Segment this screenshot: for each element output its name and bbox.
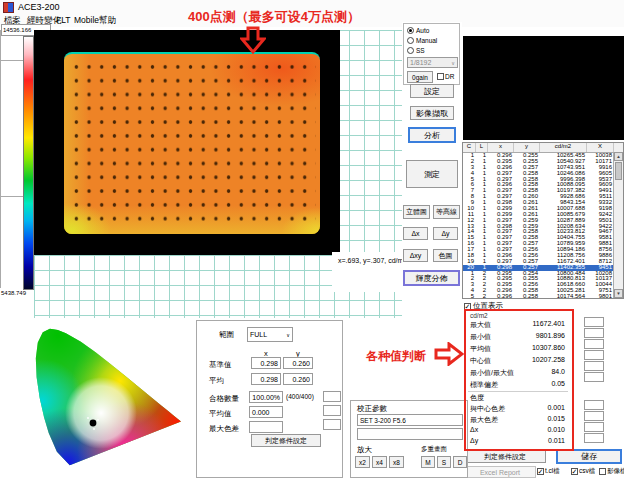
average-label: 平均: [209, 376, 224, 386]
pass-ratio-label: (400/400): [286, 393, 314, 400]
annotation-right-arrow-icon: [434, 342, 464, 366]
luminance-heatmap: [64, 52, 320, 234]
radio-ss-icon: [407, 47, 414, 54]
color-map-button[interactable]: 色圖: [433, 249, 458, 262]
scale-tick: [0, 196, 23, 197]
pass-rate-field: 100.00%: [249, 391, 283, 403]
zoom-x2-button[interactable]: x2: [355, 456, 370, 468]
table-cell: 0.258: [514, 294, 540, 299]
table-cell: 0.296: [488, 294, 514, 299]
judge-condition-button[interactable]: 判定條件設定: [464, 450, 546, 463]
max-colordiff-field[interactable]: [249, 421, 283, 433]
base-value-label: 基準值: [209, 360, 232, 370]
multi-m-button[interactable]: M: [421, 456, 435, 468]
contour-button[interactable]: 等高線: [433, 205, 460, 219]
calib-value-field: SET 3-200 F5.6: [357, 414, 463, 426]
zoom-x4-button[interactable]: x4: [372, 456, 387, 468]
measure-button[interactable]: 測定: [406, 160, 458, 188]
image-file-checkbox[interactable]: 影像檔: [599, 467, 624, 476]
gain-button[interactable]: 0gain: [407, 71, 433, 83]
pass-count-label: 合格數量: [209, 394, 239, 404]
luminance-heatmap-window[interactable]: [34, 30, 340, 255]
cie-chromaticity-diagram: [30, 320, 188, 472]
base-x-field[interactable]: 0.298: [251, 357, 281, 369]
dr-checkbox[interactable]: DR: [437, 73, 454, 80]
luminance-dist-button[interactable]: 輝度分佈: [403, 270, 460, 286]
scale-tick-line: [0, 30, 1, 288]
radio-manual-icon: [407, 37, 414, 44]
color-swatch: [584, 339, 604, 349]
csv-file-checkbox[interactable]: ✓ csv檔: [571, 467, 595, 476]
mean-field[interactable]: 0.000: [249, 406, 283, 418]
image-checkbox-icon: [599, 468, 606, 475]
measurement-points-dots: [68, 58, 316, 230]
menu-help[interactable]: 幫助: [99, 15, 116, 27]
measurement-table: C L x y cd/m2 X 110.2960.25510265.455100…: [462, 142, 624, 299]
analyze-button[interactable]: 分析: [408, 127, 456, 143]
delta-y-button[interactable]: Δy: [433, 227, 458, 240]
delta-xy-button[interactable]: Δxy: [403, 249, 428, 262]
table-cell: 5: [463, 294, 476, 299]
scroll-down-icon[interactable]: ▼: [614, 289, 623, 298]
calibration-panel: 校正參數 SET 3-200 F5.6 放大 x2 x4 x8 多重畫面 M S…: [350, 400, 468, 478]
save-button[interactable]: 儲存: [556, 449, 622, 464]
scale-min-label: 5438.749: [1, 290, 26, 296]
tcl-file-checkbox[interactable]: ✓ t.cl檔: [537, 467, 560, 476]
mean-label: 平均值: [209, 409, 232, 419]
table-header: C L x y cd/m2 X: [463, 143, 623, 153]
menu-flt[interactable]: FLT: [56, 15, 70, 25]
excel-report-button[interactable]: Excel Report: [464, 466, 536, 478]
table-cell: 2: [476, 294, 488, 299]
dr-checkbox-icon: [437, 73, 444, 80]
cie-diagram-svg: [30, 320, 188, 472]
measurement-table-body: 110.2960.25510265.45510038210.2950.25510…: [463, 153, 623, 299]
radio-ss[interactable]: SS: [407, 47, 425, 54]
color-swatch: [584, 433, 604, 443]
color-swatch: [323, 419, 341, 430]
table-scrollbar[interactable]: ▲ ▼: [613, 152, 623, 298]
color-swatch: [584, 400, 604, 410]
delta-x-button[interactable]: Δx: [403, 227, 428, 240]
exposure-dropdown[interactable]: 1/8192 ∨: [407, 57, 458, 68]
scrollbar-thumb[interactable]: [615, 162, 622, 180]
multi-s-button[interactable]: S: [437, 456, 451, 468]
color-swatch: [584, 361, 604, 371]
color-swatch: [323, 405, 341, 416]
color-swatch: [584, 372, 604, 382]
luminance-color-scale: [23, 36, 34, 290]
annotation-values-note: 各种值判断: [366, 348, 426, 365]
radio-auto[interactable]: Auto: [407, 27, 429, 34]
annotation-points-note: 400点测（最多可设4万点测）: [188, 8, 360, 26]
stereo-button[interactable]: 立體圖: [403, 205, 430, 219]
camera-image-window: [463, 36, 624, 140]
app-icon: [3, 2, 14, 13]
color-swatch: [584, 422, 604, 432]
table-cell: 10174.564: [540, 294, 587, 299]
avg-x-field[interactable]: 0.298: [251, 373, 281, 385]
app-window: ACE3-200 檔案 經時變化 FLT Mobile 幫助 14536.166…: [0, 0, 624, 480]
window-title: ACE3-200: [18, 2, 60, 12]
calib-empty-field: [357, 428, 463, 440]
annotation-values-box: [464, 309, 574, 451]
multi-screen-label: 多重畫面: [421, 445, 447, 454]
avg-y-field[interactable]: 0.260: [283, 373, 313, 385]
judge-condition-button[interactable]: 判定條件設定: [251, 434, 321, 447]
capture-button[interactable]: 影像擷取: [410, 106, 454, 120]
zoom-x8-button[interactable]: x8: [389, 456, 404, 468]
tcl-checkbox-icon: ✓: [537, 468, 544, 475]
base-y-field[interactable]: 0.260: [283, 357, 313, 369]
settings-button[interactable]: 設定: [410, 84, 454, 98]
range-dropdown[interactable]: FULL ∨: [247, 327, 293, 342]
radio-manual[interactable]: Manual: [407, 37, 437, 44]
table-cell: 9801: [587, 294, 614, 299]
color-swatch: [584, 350, 604, 360]
menu-mobile[interactable]: Mobile: [74, 15, 99, 25]
scroll-up-icon[interactable]: ▲: [614, 152, 623, 161]
chevron-down-icon: ∨: [286, 332, 290, 338]
annotation-down-arrow-icon: [240, 26, 266, 54]
radio-auto-icon: [407, 27, 414, 34]
table-row[interactable]: 520.2960.25810174.5649801: [463, 294, 623, 299]
range-label: 範圍: [219, 330, 234, 340]
multi-d-button[interactable]: D: [453, 456, 467, 468]
color-swatch: [584, 317, 604, 327]
